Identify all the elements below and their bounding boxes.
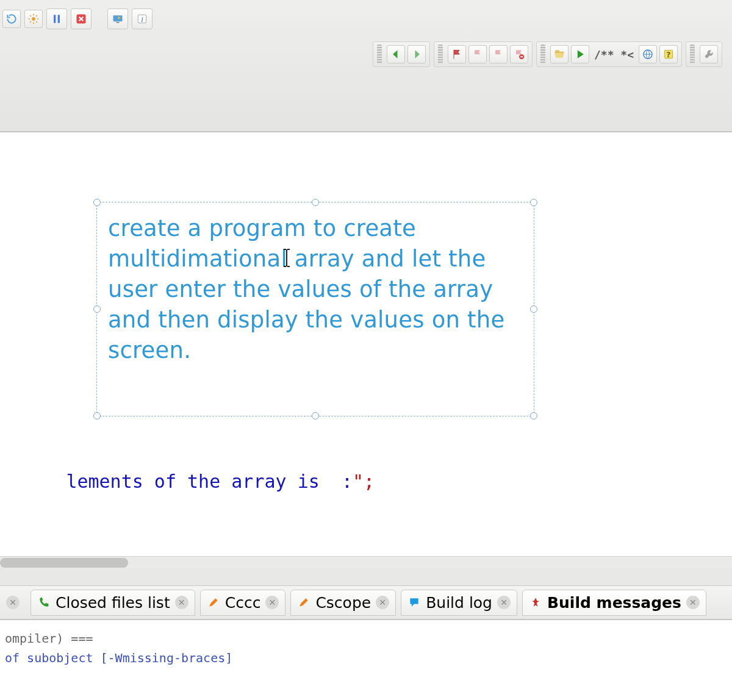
close-icon[interactable]: ✕ (175, 596, 188, 609)
web-button[interactable] (639, 45, 657, 63)
bookmark-toggle-button[interactable] (448, 45, 466, 63)
phone-icon (37, 596, 51, 609)
bottom-tabs: ✕ Closed files list ✕ Cccc ✕ Cscope ✕ Bu… (0, 585, 732, 620)
play-icon (574, 48, 586, 60)
tab-label: Build log (426, 594, 492, 612)
info-button[interactable]: i (132, 9, 152, 29)
pause-button[interactable] (46, 9, 67, 29)
folder-open-icon (553, 48, 565, 60)
editor-canvas[interactable]: create a program to create multidimation… (0, 132, 732, 568)
toolbar-row-2: /** *< ? (373, 39, 726, 70)
wrench-icon (703, 48, 715, 60)
doc-comment-label: /** *< (592, 48, 636, 61)
forward-button[interactable] (407, 45, 426, 63)
gear-small-button[interactable] (24, 10, 43, 28)
svg-rect-1 (54, 15, 56, 23)
open-project-button[interactable] (550, 45, 569, 63)
resize-handle[interactable] (312, 412, 319, 420)
toolbar-row-1: i (0, 4, 152, 34)
bookmark-prev-button[interactable] (468, 45, 487, 63)
monitor-flag-icon (112, 13, 124, 25)
resize-handle[interactable] (530, 412, 537, 420)
gear-icon (27, 13, 40, 25)
close-icon[interactable]: ✕ (497, 596, 511, 609)
nav-group (373, 41, 430, 67)
help-icon: ? (662, 48, 675, 60)
svg-rect-5 (117, 22, 120, 23)
close-icon (75, 13, 87, 25)
help-button[interactable]: ? (659, 45, 678, 63)
pin-icon (529, 596, 542, 609)
wrench-button[interactable] (700, 45, 718, 63)
run-button[interactable] (571, 45, 589, 63)
tab-label: Build messages (547, 594, 681, 612)
resize-handle[interactable] (312, 199, 319, 206)
code-token-identifier: lements of the array is : (66, 471, 353, 492)
bookmark-clear-button[interactable] (510, 45, 528, 63)
code-line[interactable]: lements of the array is :"; (0, 449, 375, 513)
tab-build-messages[interactable]: Build messages ✕ (522, 590, 706, 616)
textbox-content[interactable]: create a program to create multidimation… (108, 213, 523, 405)
editor-area: create a program to create multidimation… (0, 132, 732, 568)
flag-prev-icon (472, 48, 484, 60)
tab-label: Cccc (225, 594, 261, 612)
debug-flag-button[interactable] (107, 9, 128, 29)
pause-icon (51, 13, 63, 25)
svg-rect-4 (113, 15, 123, 21)
tab-overflow-close[interactable]: ✕ (4, 592, 26, 613)
compiler-line: of subobject [-Wmissing-braces] (5, 648, 727, 668)
bookmark-next-button[interactable] (489, 45, 508, 63)
toolbar-area: i (0, 0, 732, 132)
compiler-output[interactable]: ompiler) === of subobject [-Wmissing-bra… (0, 620, 732, 700)
compiler-line: ompiler) === (5, 629, 727, 648)
grip-icon[interactable] (540, 45, 545, 64)
grip-icon[interactable] (438, 45, 443, 64)
grip-icon[interactable] (690, 45, 695, 64)
textbox-selection[interactable]: create a program to create multidimation… (96, 202, 534, 416)
info-icon: i (136, 13, 148, 25)
svg-rect-2 (58, 15, 60, 23)
run-group: /** *< ? (536, 41, 682, 67)
svg-point-0 (32, 17, 35, 21)
tab-build-log[interactable]: Build log ✕ (401, 590, 517, 616)
refresh-icon (5, 13, 18, 25)
arrow-left-icon (390, 48, 402, 60)
tab-cccc[interactable]: Cccc ✕ (200, 590, 286, 616)
scrollbar-thumb[interactable] (0, 558, 128, 568)
back-button[interactable] (387, 45, 405, 63)
flag-next-icon (492, 48, 504, 60)
close-icon[interactable]: ✕ (376, 596, 389, 609)
tab-cscope[interactable]: Cscope ✕ (290, 590, 396, 616)
flag-clear-icon (513, 48, 525, 60)
grip-icon[interactable] (377, 45, 382, 64)
svg-text:?: ? (666, 50, 670, 59)
tab-label: Cscope (315, 594, 371, 612)
close-icon[interactable]: ✕ (265, 596, 279, 609)
pencil-icon (207, 596, 220, 609)
resize-handle[interactable] (93, 412, 101, 420)
horizontal-scrollbar[interactable] (0, 556, 732, 568)
globe-icon (642, 48, 654, 60)
resize-handle[interactable] (530, 199, 537, 206)
code-token-punct: "; (353, 471, 375, 492)
close-icon[interactable]: ✕ (6, 596, 20, 609)
close-icon[interactable]: ✕ (686, 596, 700, 609)
tab-label: Closed files list (56, 594, 170, 612)
resize-handle[interactable] (530, 305, 537, 313)
flag-icon (451, 48, 463, 60)
pencil-icon (297, 596, 310, 609)
bookmark-group (434, 41, 533, 67)
svg-text:i: i (141, 15, 143, 24)
resize-handle[interactable] (93, 305, 101, 313)
refresh-button[interactable] (2, 10, 21, 28)
tab-closed-files-list[interactable]: Closed files list ✕ (30, 590, 195, 616)
settings-group (686, 41, 722, 67)
chat-icon (407, 596, 421, 609)
resize-handle[interactable] (93, 199, 101, 206)
stop-button[interactable] (71, 9, 92, 29)
arrow-right-icon (411, 48, 423, 60)
